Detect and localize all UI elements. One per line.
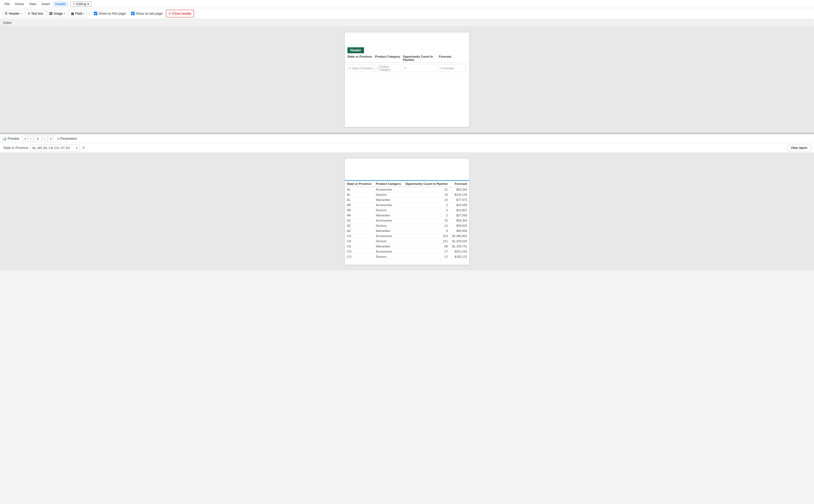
- cell-count: 13: [403, 197, 450, 203]
- cell-count: 5: [403, 208, 450, 213]
- placeholder-cell-2: ⊞: [403, 64, 438, 72]
- placeholder-icon-2: ⊞: [404, 67, 406, 70]
- report-header-label: Header: [347, 47, 364, 53]
- cell-forecast: $58,364: [450, 218, 469, 223]
- editing-badge[interactable]: ✏ Editing ▾: [70, 1, 92, 7]
- preview-toolbar: 📊 Preview « ‹ › » ⊿ Parameters ⋮: [0, 134, 814, 143]
- cell-forecast: $63,342: [450, 187, 469, 192]
- close-header-button[interactable]: ✕ Close header: [166, 10, 194, 17]
- placeholder-text-0: State or Province: [352, 67, 373, 70]
- report-column-headers: State or Province Product Category Oppor…: [345, 54, 469, 63]
- nav-next-button[interactable]: ›: [42, 136, 47, 142]
- th-category: Product Category: [374, 181, 403, 187]
- cell-category: Accessories: [374, 249, 403, 254]
- parameters-label: Parameters: [60, 137, 77, 141]
- cell-count: 12: [403, 223, 450, 228]
- cell-category: Devices: [374, 254, 403, 259]
- nav-first-button[interactable]: «: [23, 136, 28, 142]
- menu-insert[interactable]: Insert: [39, 1, 52, 7]
- table-row: AR Devices 5 $14,907: [345, 208, 469, 213]
- toolbar: ☰ Header ▾ A Text box 🖼 Image ▾ ▦ Field …: [0, 8, 814, 19]
- table-row: AL Warranties 13 $77,673: [345, 197, 469, 203]
- cell-state: CA: [345, 244, 374, 249]
- pencil-icon: ✏: [73, 2, 75, 6]
- cell-forecast: $155,123: [450, 254, 469, 259]
- image-button[interactable]: 🖼 Image ▾: [47, 10, 67, 17]
- cell-state: AZ: [345, 223, 374, 228]
- cell-state: CA: [345, 234, 374, 239]
- col-header-2: Opportunity Count In Pipeline: [403, 55, 439, 61]
- param-select[interactable]: AL, AR, AZ, CA, CO, CT, DC ▾: [30, 144, 79, 151]
- header-button[interactable]: ☰ Header ▾: [2, 10, 24, 17]
- textbox-icon: A: [28, 12, 30, 15]
- table-row: AL Accessories 21 $63,342: [345, 187, 469, 192]
- table-row: AR Accessories 2 $16,030: [345, 203, 469, 208]
- menu-home[interactable]: Home: [13, 1, 26, 7]
- cell-count: 9: [403, 228, 450, 234]
- placeholder-icon-0: ⊞: [349, 67, 351, 70]
- cell-count: 2: [403, 213, 450, 218]
- placeholder-icon-3: ⊞: [440, 67, 442, 70]
- col-header-0: State or Province: [347, 55, 375, 61]
- preview-icon: 📊: [2, 136, 7, 141]
- cell-count: 88: [403, 244, 450, 249]
- cell-category: Accessories: [374, 187, 403, 192]
- data-table: State or Province Product Category Oppor…: [345, 180, 469, 259]
- cell-count: 16: [403, 192, 450, 197]
- preview-page: State or Province Product Category Oppor…: [344, 158, 470, 265]
- report-top-space: [345, 32, 469, 47]
- cell-count: 15: [403, 218, 450, 223]
- menu-view[interactable]: View: [27, 1, 38, 7]
- preview-top-space: [345, 158, 469, 180]
- textbox-button[interactable]: A Text box: [25, 10, 46, 17]
- filter-icon: ⊿: [57, 137, 59, 140]
- field-button[interactable]: ▦ Field ▾: [69, 10, 87, 17]
- cell-state: AR: [345, 208, 374, 213]
- menu-file[interactable]: File: [2, 1, 12, 7]
- cell-state: AL: [345, 187, 374, 192]
- textbox-label: Text box: [31, 12, 43, 15]
- field-label: Field: [75, 12, 82, 15]
- cell-count: 17: [403, 249, 450, 254]
- table-row: AR Warranties 2 $37,550: [345, 213, 469, 218]
- table-row: CA Warranties 88 $1,109,741: [345, 244, 469, 249]
- cell-category: Accessories: [374, 203, 403, 208]
- editor-scroll-handle-icon: ⋮: [808, 21, 811, 24]
- cell-count: 12: [403, 254, 450, 259]
- cell-count: 2: [403, 203, 450, 208]
- field-icon: ▦: [71, 12, 74, 15]
- cell-category: Accessories: [374, 234, 403, 239]
- table-row: AZ Warranties 9 $90,456: [345, 228, 469, 234]
- close-header-x-icon: ✕: [168, 12, 171, 15]
- table-row: AZ Devices 12 $58,815: [345, 223, 469, 228]
- cell-category: Warranties: [374, 213, 403, 218]
- parameters-button[interactable]: ⊿ Parameters: [54, 136, 79, 142]
- show-last-page-checkbox[interactable]: Show on last page: [129, 11, 165, 17]
- menu-header[interactable]: Header: [53, 1, 68, 7]
- th-state: State or Province: [345, 181, 374, 187]
- image-label: Image: [54, 12, 63, 15]
- image-icon: 🖼: [49, 12, 52, 15]
- view-report-button[interactable]: View report: [787, 144, 811, 151]
- table-row: CA Accessories 153 $1,380,954: [345, 234, 469, 239]
- table-row: AL Devices 16 $126,140: [345, 192, 469, 197]
- show-first-page-checkbox[interactable]: Show on first page: [92, 11, 127, 17]
- cell-forecast: $126,140: [450, 192, 469, 197]
- th-count: Opportunity Count In Pipeline: [403, 181, 450, 187]
- page-number-input[interactable]: [34, 136, 42, 142]
- nav-prev-button[interactable]: ‹: [29, 136, 33, 142]
- table-row: AZ Accessories 15 $58,364: [345, 218, 469, 223]
- editor-title-label: Editor: [3, 21, 12, 25]
- param-clear-button[interactable]: ✕: [82, 146, 86, 150]
- nav-last-button[interactable]: »: [48, 136, 53, 142]
- report-placeholder-row: ⊞ State or Province ⊞ Product Category ⊞…: [345, 63, 469, 73]
- show-last-checkbox-input[interactable]: [131, 12, 135, 15]
- th-forecast: Forecast: [450, 181, 469, 187]
- editor-section-title: Editor ⋮: [0, 19, 814, 27]
- placeholder-text-1: Product Category: [380, 65, 400, 71]
- show-first-checkbox-input[interactable]: [94, 12, 97, 15]
- image-dropdown-arrow: ▾: [64, 12, 65, 15]
- cell-category: Devices: [374, 223, 403, 228]
- cell-state: AL: [345, 197, 374, 203]
- cell-category: Devices: [374, 192, 403, 197]
